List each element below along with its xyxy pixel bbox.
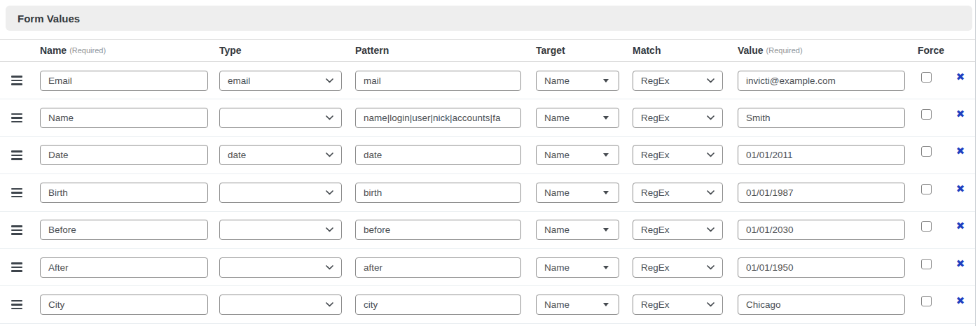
force-checkbox[interactable] bbox=[921, 109, 932, 120]
target-dropdown[interactable]: Name bbox=[536, 183, 619, 203]
force-checkbox[interactable] bbox=[921, 221, 932, 232]
value-input[interactable] bbox=[738, 145, 905, 165]
pattern-input[interactable] bbox=[355, 220, 521, 240]
pattern-input[interactable] bbox=[355, 145, 521, 165]
pattern-input[interactable] bbox=[355, 183, 521, 203]
target-dropdown[interactable]: Name bbox=[536, 71, 619, 91]
form-value-row: Name RegEx ✖ bbox=[0, 286, 976, 323]
chevron-down-icon bbox=[707, 265, 715, 270]
match-select[interactable]: RegEx bbox=[633, 295, 723, 315]
pattern-input[interactable] bbox=[355, 71, 521, 91]
delete-button[interactable]: ✖ bbox=[955, 220, 967, 233]
name-input[interactable] bbox=[40, 108, 208, 128]
column-header-row: Name (Required) Type Pattern Target Matc… bbox=[0, 39, 976, 62]
column-header-type: Type bbox=[219, 45, 355, 56]
delete-button[interactable]: ✖ bbox=[955, 145, 967, 158]
delete-button[interactable]: ✖ bbox=[955, 108, 967, 121]
match-select[interactable]: RegEx bbox=[633, 257, 723, 278]
form-values-rows: email Name RegEx ✖ bbox=[0, 62, 976, 324]
value-input[interactable] bbox=[738, 220, 905, 240]
drag-handle-icon[interactable] bbox=[11, 111, 22, 125]
pattern-input[interactable] bbox=[355, 108, 521, 128]
target-header-label: Target bbox=[536, 45, 565, 56]
chevron-down-icon bbox=[326, 153, 333, 157]
force-checkbox[interactable] bbox=[921, 72, 932, 83]
force-header-label: Force bbox=[918, 45, 944, 56]
type-select[interactable] bbox=[219, 183, 342, 203]
panel-header: Form Values bbox=[6, 6, 972, 31]
name-input[interactable] bbox=[40, 71, 208, 91]
chevron-down-icon bbox=[707, 115, 715, 120]
name-input[interactable] bbox=[40, 257, 208, 278]
form-value-row: date Name RegEx ✖ bbox=[0, 137, 976, 174]
caret-down-icon bbox=[603, 191, 609, 194]
form-value-row: Name RegEx ✖ bbox=[0, 249, 976, 286]
value-input[interactable] bbox=[738, 71, 905, 91]
value-input[interactable] bbox=[738, 295, 905, 315]
drag-handle-icon[interactable] bbox=[11, 186, 22, 200]
type-select[interactable] bbox=[219, 295, 342, 315]
drag-handle-icon[interactable] bbox=[11, 298, 22, 312]
value-input[interactable] bbox=[738, 108, 905, 128]
match-header-label: Match bbox=[633, 45, 661, 56]
form-value-row: Name RegEx ✖ bbox=[0, 212, 976, 249]
name-input[interactable] bbox=[40, 220, 208, 240]
name-input[interactable] bbox=[40, 145, 208, 165]
chevron-down-icon bbox=[326, 190, 333, 195]
target-dropdown[interactable]: Name bbox=[536, 145, 619, 165]
match-select[interactable]: RegEx bbox=[633, 71, 723, 91]
chevron-down-icon bbox=[707, 302, 715, 307]
type-select[interactable] bbox=[219, 257, 342, 278]
caret-down-icon bbox=[603, 266, 609, 269]
delete-button[interactable]: ✖ bbox=[955, 71, 967, 84]
chevron-down-icon bbox=[326, 302, 333, 307]
drag-handle-icon[interactable] bbox=[11, 260, 22, 274]
match-select[interactable]: RegEx bbox=[633, 108, 723, 128]
form-value-row: email Name RegEx ✖ bbox=[0, 62, 976, 99]
target-dropdown[interactable]: Name bbox=[536, 257, 619, 278]
match-select[interactable]: RegEx bbox=[633, 145, 723, 165]
pattern-input[interactable] bbox=[355, 295, 521, 315]
value-header-label: Value bbox=[738, 45, 764, 56]
delete-button[interactable]: ✖ bbox=[955, 257, 967, 271]
type-select[interactable]: email bbox=[219, 71, 342, 91]
column-header-value: Value (Required) bbox=[738, 45, 920, 56]
form-value-row: Name RegEx ✖ bbox=[0, 174, 976, 211]
target-dropdown[interactable]: Name bbox=[536, 220, 619, 240]
value-required-hint: (Required) bbox=[766, 46, 803, 55]
column-header-name: Name (Required) bbox=[40, 45, 219, 56]
match-select[interactable]: RegEx bbox=[633, 183, 723, 203]
type-select[interactable] bbox=[219, 108, 342, 128]
name-header-label: Name bbox=[40, 45, 67, 56]
type-select[interactable] bbox=[219, 220, 342, 240]
delete-button[interactable]: ✖ bbox=[955, 183, 967, 196]
value-input[interactable] bbox=[738, 257, 905, 278]
type-header-label: Type bbox=[219, 45, 242, 56]
force-checkbox[interactable] bbox=[921, 296, 932, 306]
force-checkbox[interactable] bbox=[921, 259, 932, 269]
chevron-down-icon bbox=[707, 153, 715, 157]
panel-title: Form Values bbox=[18, 13, 80, 24]
column-header-target: Target bbox=[536, 45, 633, 56]
chevron-down-icon bbox=[326, 265, 333, 270]
target-dropdown[interactable]: Name bbox=[536, 108, 619, 128]
match-select[interactable]: RegEx bbox=[633, 220, 723, 240]
value-input[interactable] bbox=[738, 183, 905, 203]
target-dropdown[interactable]: Name bbox=[536, 295, 619, 315]
drag-handle-icon[interactable] bbox=[11, 148, 22, 162]
name-input[interactable] bbox=[40, 183, 208, 203]
drag-handle-icon[interactable] bbox=[11, 223, 22, 237]
column-header-match: Match bbox=[633, 45, 738, 56]
drag-handle-icon[interactable] bbox=[11, 73, 22, 87]
force-checkbox[interactable] bbox=[921, 146, 932, 157]
caret-down-icon bbox=[603, 303, 609, 306]
chevron-down-icon bbox=[707, 190, 715, 195]
delete-button[interactable]: ✖ bbox=[955, 295, 967, 308]
column-header-force: Force bbox=[918, 45, 945, 56]
caret-down-icon bbox=[603, 79, 609, 83]
pattern-input[interactable] bbox=[355, 257, 521, 278]
type-select[interactable]: date bbox=[219, 145, 342, 165]
column-header-pattern: Pattern bbox=[355, 45, 536, 56]
name-input[interactable] bbox=[40, 295, 208, 315]
force-checkbox[interactable] bbox=[921, 184, 932, 194]
